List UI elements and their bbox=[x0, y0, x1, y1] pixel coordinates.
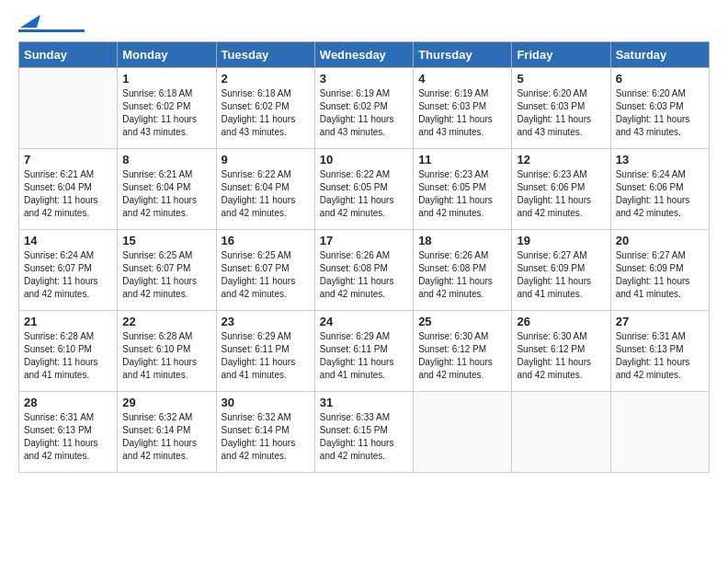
day-number: 30 bbox=[222, 396, 310, 409]
day-info: Sunrise: 6:26 AM Sunset: 6:08 PM Dayligh… bbox=[320, 249, 408, 301]
logo-wing-icon bbox=[20, 11, 40, 28]
calendar-week-row: 28Sunrise: 6:31 AM Sunset: 6:13 PM Dayli… bbox=[19, 392, 710, 473]
day-info: Sunrise: 6:25 AM Sunset: 6:07 PM Dayligh… bbox=[222, 249, 310, 301]
calendar-cell: 14Sunrise: 6:24 AM Sunset: 6:07 PM Dayli… bbox=[19, 230, 118, 311]
logo-underline bbox=[18, 29, 85, 32]
day-info: Sunrise: 6:29 AM Sunset: 6:11 PM Dayligh… bbox=[320, 330, 408, 382]
calendar-cell: 26Sunrise: 6:30 AM Sunset: 6:12 PM Dayli… bbox=[512, 311, 610, 392]
day-info: Sunrise: 6:28 AM Sunset: 6:10 PM Dayligh… bbox=[24, 330, 112, 382]
day-number: 20 bbox=[616, 234, 704, 247]
calendar-header-saturday: Saturday bbox=[610, 42, 709, 68]
calendar-cell: 28Sunrise: 6:31 AM Sunset: 6:13 PM Dayli… bbox=[19, 392, 118, 473]
day-number: 2 bbox=[222, 72, 310, 86]
day-number: 16 bbox=[222, 234, 310, 247]
calendar-header-thursday: Thursday bbox=[414, 42, 512, 68]
day-info: Sunrise: 6:31 AM Sunset: 6:13 PM Dayligh… bbox=[24, 411, 112, 463]
calendar-cell: 19Sunrise: 6:27 AM Sunset: 6:09 PM Dayli… bbox=[512, 230, 610, 311]
day-info: Sunrise: 6:28 AM Sunset: 6:10 PM Dayligh… bbox=[122, 330, 210, 382]
day-number: 14 bbox=[24, 234, 112, 247]
day-info: Sunrise: 6:24 AM Sunset: 6:07 PM Dayligh… bbox=[24, 249, 112, 301]
calendar-cell: 11Sunrise: 6:23 AM Sunset: 6:05 PM Dayli… bbox=[414, 149, 512, 230]
day-number: 11 bbox=[418, 153, 506, 167]
day-info: Sunrise: 6:20 AM Sunset: 6:03 PM Dayligh… bbox=[616, 87, 704, 139]
calendar-cell: 2Sunrise: 6:18 AM Sunset: 6:02 PM Daylig… bbox=[216, 68, 314, 149]
calendar-cell: 9Sunrise: 6:22 AM Sunset: 6:04 PM Daylig… bbox=[216, 149, 314, 230]
calendar-cell: 3Sunrise: 6:19 AM Sunset: 6:02 PM Daylig… bbox=[314, 68, 413, 149]
day-info: Sunrise: 6:19 AM Sunset: 6:02 PM Dayligh… bbox=[320, 87, 408, 139]
day-number: 15 bbox=[122, 234, 210, 247]
day-number: 1 bbox=[122, 72, 210, 86]
calendar-header-row: SundayMondayTuesdayWednesdayThursdayFrid… bbox=[19, 42, 710, 68]
day-info: Sunrise: 6:20 AM Sunset: 6:03 PM Dayligh… bbox=[517, 87, 605, 139]
svg-marker-0 bbox=[20, 15, 40, 28]
calendar-cell: 23Sunrise: 6:29 AM Sunset: 6:11 PM Dayli… bbox=[216, 311, 314, 392]
calendar-cell: 16Sunrise: 6:25 AM Sunset: 6:07 PM Dayli… bbox=[216, 230, 314, 311]
day-info: Sunrise: 6:25 AM Sunset: 6:07 PM Dayligh… bbox=[122, 249, 210, 301]
day-info: Sunrise: 6:32 AM Sunset: 6:14 PM Dayligh… bbox=[122, 411, 210, 463]
day-info: Sunrise: 6:21 AM Sunset: 6:04 PM Dayligh… bbox=[24, 168, 112, 220]
day-info: Sunrise: 6:30 AM Sunset: 6:12 PM Dayligh… bbox=[418, 330, 506, 382]
day-number: 31 bbox=[320, 396, 408, 409]
day-number: 28 bbox=[24, 396, 112, 409]
day-number: 19 bbox=[517, 234, 605, 247]
day-number: 24 bbox=[320, 315, 408, 328]
calendar-cell: 5Sunrise: 6:20 AM Sunset: 6:03 PM Daylig… bbox=[512, 68, 610, 149]
calendar-header-sunday: Sunday bbox=[19, 42, 118, 68]
calendar-week-row: 1Sunrise: 6:18 AM Sunset: 6:02 PM Daylig… bbox=[19, 68, 710, 149]
calendar-cell: 8Sunrise: 6:21 AM Sunset: 6:04 PM Daylig… bbox=[118, 149, 216, 230]
calendar-cell: 12Sunrise: 6:23 AM Sunset: 6:06 PM Dayli… bbox=[512, 149, 610, 230]
logo bbox=[18, 18, 85, 32]
calendar-cell: 1Sunrise: 6:18 AM Sunset: 6:02 PM Daylig… bbox=[118, 68, 216, 149]
day-number: 12 bbox=[517, 153, 605, 167]
day-number: 9 bbox=[222, 153, 310, 167]
calendar-header-friday: Friday bbox=[512, 42, 610, 68]
calendar-cell: 20Sunrise: 6:27 AM Sunset: 6:09 PM Dayli… bbox=[610, 230, 709, 311]
calendar-week-row: 7Sunrise: 6:21 AM Sunset: 6:04 PM Daylig… bbox=[19, 149, 710, 230]
calendar-cell: 7Sunrise: 6:21 AM Sunset: 6:04 PM Daylig… bbox=[19, 149, 118, 230]
calendar-cell: 24Sunrise: 6:29 AM Sunset: 6:11 PM Dayli… bbox=[314, 311, 413, 392]
day-info: Sunrise: 6:30 AM Sunset: 6:12 PM Dayligh… bbox=[517, 330, 605, 382]
calendar-header-wednesday: Wednesday bbox=[314, 42, 413, 68]
day-info: Sunrise: 6:31 AM Sunset: 6:13 PM Dayligh… bbox=[616, 330, 704, 382]
day-number: 3 bbox=[320, 72, 408, 86]
day-number: 27 bbox=[616, 315, 704, 328]
day-number: 10 bbox=[320, 153, 408, 167]
calendar-cell: 6Sunrise: 6:20 AM Sunset: 6:03 PM Daylig… bbox=[610, 68, 709, 149]
day-info: Sunrise: 6:29 AM Sunset: 6:11 PM Dayligh… bbox=[222, 330, 310, 382]
day-info: Sunrise: 6:18 AM Sunset: 6:02 PM Dayligh… bbox=[122, 87, 210, 139]
day-number: 6 bbox=[616, 72, 704, 86]
calendar-cell bbox=[414, 392, 512, 473]
calendar-cell: 22Sunrise: 6:28 AM Sunset: 6:10 PM Dayli… bbox=[118, 311, 216, 392]
day-info: Sunrise: 6:23 AM Sunset: 6:05 PM Dayligh… bbox=[418, 168, 506, 220]
day-info: Sunrise: 6:22 AM Sunset: 6:05 PM Dayligh… bbox=[320, 168, 408, 220]
day-number: 22 bbox=[122, 315, 210, 328]
calendar-cell: 31Sunrise: 6:33 AM Sunset: 6:15 PM Dayli… bbox=[314, 392, 413, 473]
calendar-cell bbox=[19, 68, 118, 149]
day-number: 8 bbox=[122, 153, 210, 167]
calendar-cell: 13Sunrise: 6:24 AM Sunset: 6:06 PM Dayli… bbox=[610, 149, 709, 230]
calendar-cell: 30Sunrise: 6:32 AM Sunset: 6:14 PM Dayli… bbox=[216, 392, 314, 473]
calendar-cell bbox=[512, 392, 610, 473]
calendar-cell bbox=[610, 392, 709, 473]
day-number: 26 bbox=[517, 315, 605, 328]
day-info: Sunrise: 6:24 AM Sunset: 6:06 PM Dayligh… bbox=[616, 168, 704, 220]
day-info: Sunrise: 6:27 AM Sunset: 6:09 PM Dayligh… bbox=[616, 249, 704, 301]
calendar-cell: 4Sunrise: 6:19 AM Sunset: 6:03 PM Daylig… bbox=[414, 68, 512, 149]
day-number: 21 bbox=[24, 315, 112, 328]
calendar-cell: 18Sunrise: 6:26 AM Sunset: 6:08 PM Dayli… bbox=[414, 230, 512, 311]
day-number: 4 bbox=[418, 72, 506, 86]
day-info: Sunrise: 6:18 AM Sunset: 6:02 PM Dayligh… bbox=[222, 87, 310, 139]
day-number: 29 bbox=[122, 396, 210, 409]
calendar-header-tuesday: Tuesday bbox=[216, 42, 314, 68]
calendar-table: SundayMondayTuesdayWednesdayThursdayFrid… bbox=[18, 41, 710, 473]
calendar-header-monday: Monday bbox=[118, 42, 216, 68]
day-info: Sunrise: 6:27 AM Sunset: 6:09 PM Dayligh… bbox=[517, 249, 605, 301]
day-info: Sunrise: 6:22 AM Sunset: 6:04 PM Dayligh… bbox=[222, 168, 310, 220]
page-header bbox=[18, 18, 710, 32]
day-info: Sunrise: 6:23 AM Sunset: 6:06 PM Dayligh… bbox=[517, 168, 605, 220]
calendar-week-row: 21Sunrise: 6:28 AM Sunset: 6:10 PM Dayli… bbox=[19, 311, 710, 392]
day-number: 23 bbox=[222, 315, 310, 328]
day-info: Sunrise: 6:26 AM Sunset: 6:08 PM Dayligh… bbox=[418, 249, 506, 301]
day-info: Sunrise: 6:21 AM Sunset: 6:04 PM Dayligh… bbox=[122, 168, 210, 220]
day-info: Sunrise: 6:32 AM Sunset: 6:14 PM Dayligh… bbox=[222, 411, 310, 463]
